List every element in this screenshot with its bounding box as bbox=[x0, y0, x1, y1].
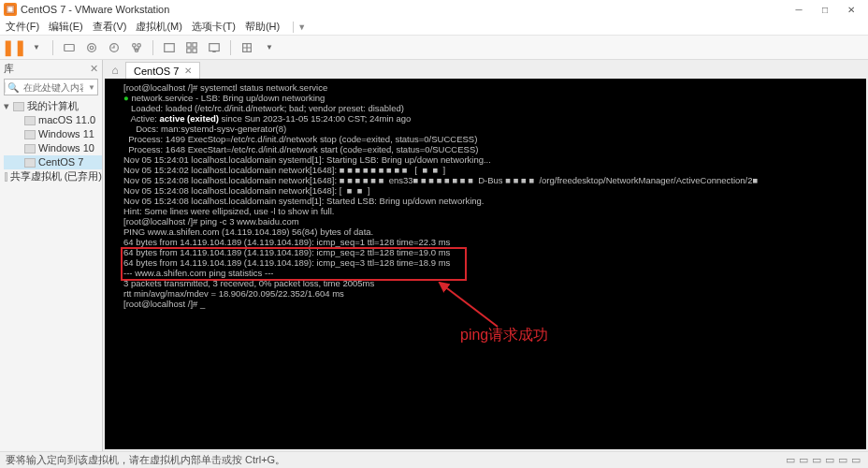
menu-tabs[interactable]: 选项卡(T) bbox=[192, 20, 236, 34]
manage-snapshot-button[interactable] bbox=[128, 39, 145, 56]
search-dropdown-icon[interactable]: ▼ bbox=[86, 83, 97, 92]
tabstrip: ⌂ CentOS 7 ✕ bbox=[103, 60, 868, 79]
status-device-icon[interactable]: ▭ bbox=[812, 454, 821, 466]
menu-vm[interactable]: 虚拟机(M) bbox=[136, 20, 182, 34]
svg-point-7 bbox=[137, 43, 141, 47]
tree-item-macos[interactable]: macOS 11.0 bbox=[4, 113, 102, 127]
toolbar-dropdown-icon[interactable]: ▼ bbox=[297, 22, 306, 32]
toolbar: ❚❚ ▼ ▼ bbox=[0, 36, 868, 60]
search-input[interactable] bbox=[21, 82, 86, 93]
tree-label: CentOS 7 bbox=[38, 155, 83, 169]
content-area: ⌂ CentOS 7 ✕ [root@localhost /]# systemc… bbox=[103, 60, 868, 451]
sidebar-title: 库 bbox=[4, 62, 14, 76]
tree-label: 共享虚拟机 (已弃用) bbox=[10, 169, 102, 183]
search-icon: 🔍 bbox=[5, 82, 21, 93]
menu-file[interactable]: 文件(F) bbox=[6, 20, 39, 34]
maximize-button[interactable]: □ bbox=[812, 1, 838, 18]
minimize-button[interactable]: ─ bbox=[786, 1, 812, 18]
annotation-text: ping请求成功 bbox=[460, 326, 548, 345]
status-device-icon[interactable]: ▭ bbox=[825, 454, 834, 466]
tab-label: CentOS 7 bbox=[134, 66, 179, 77]
sidebar-header: 库 ✕ bbox=[0, 60, 102, 77]
expand-icon[interactable]: ▾ bbox=[4, 99, 13, 113]
computer-icon bbox=[13, 102, 24, 111]
svg-rect-2 bbox=[65, 44, 75, 51]
separator bbox=[230, 40, 231, 55]
toolbar-dropdown-icon[interactable]: ▼ bbox=[28, 39, 45, 56]
status-device-icon[interactable]: ▭ bbox=[838, 454, 847, 466]
sidebar-close-icon[interactable]: ✕ bbox=[90, 63, 98, 75]
statusbar-text: 要将输入定向到该虚拟机，请在虚拟机内部单击或按 Ctrl+G。 bbox=[6, 453, 285, 467]
vm-icon bbox=[24, 158, 36, 168]
tree-item-win11[interactable]: Windows 11 bbox=[4, 127, 102, 141]
svg-rect-9 bbox=[165, 43, 175, 51]
separator bbox=[152, 40, 153, 55]
vm-icon bbox=[24, 144, 36, 154]
main-area: 库 ✕ 🔍 ▼ ▾ 我的计算机 macOS 11.0 Windows 11 bbox=[0, 60, 868, 451]
menubar: 文件(F) 编辑(E) 查看(V) 虚拟机(M) 选项卡(T) 帮助(H) ▼ bbox=[0, 19, 868, 36]
console-button[interactable] bbox=[206, 39, 223, 56]
status-device-icon[interactable]: ▭ bbox=[799, 454, 808, 466]
statusbar: 要将输入定向到该虚拟机，请在虚拟机内部单击或按 Ctrl+G。 ▭ ▭ ▭ ▭ … bbox=[0, 451, 868, 468]
vm-icon bbox=[24, 116, 36, 125]
tab-close-icon[interactable]: ✕ bbox=[184, 66, 192, 76]
vm-icon bbox=[24, 130, 36, 139]
svg-rect-14 bbox=[210, 43, 220, 51]
guest-terminal[interactable]: [root@localhost /]# systemctl status net… bbox=[105, 79, 866, 449]
send-ctrl-alt-del-button[interactable] bbox=[61, 39, 78, 56]
svg-rect-12 bbox=[187, 48, 191, 51]
svg-point-3 bbox=[88, 43, 96, 51]
svg-point-4 bbox=[90, 46, 94, 50]
tree-label: Windows 10 bbox=[38, 141, 94, 155]
fullscreen-button[interactable] bbox=[161, 39, 178, 56]
separator bbox=[52, 40, 53, 55]
library-tree: ▾ 我的计算机 macOS 11.0 Windows 11 Windows 10… bbox=[0, 97, 102, 185]
pause-button[interactable]: ❚❚ bbox=[6, 39, 22, 56]
window-title: CentOS 7 - VMware Workstation bbox=[21, 4, 786, 15]
snapshot-button[interactable] bbox=[83, 39, 100, 56]
svg-point-6 bbox=[133, 43, 137, 47]
stretch-button[interactable] bbox=[239, 39, 255, 56]
menu-help[interactable]: 帮助(H) bbox=[245, 20, 280, 34]
tree-label: Windows 11 bbox=[38, 127, 94, 141]
vmware-icon bbox=[4, 3, 17, 16]
tree-shared-vms[interactable]: 共享虚拟机 (已弃用) bbox=[4, 169, 102, 183]
shared-icon bbox=[5, 172, 7, 182]
terminal-output: [root@localhost /]# systemctl status net… bbox=[123, 82, 862, 309]
unity-button[interactable] bbox=[183, 39, 200, 56]
svg-rect-13 bbox=[193, 48, 196, 51]
library-sidebar: 库 ✕ 🔍 ▼ ▾ 我的计算机 macOS 11.0 Windows 11 bbox=[0, 60, 103, 451]
status-device-icon[interactable]: ▭ bbox=[851, 454, 861, 466]
menu-view[interactable]: 查看(V) bbox=[93, 20, 127, 34]
tree-label: macOS 11.0 bbox=[38, 113, 95, 127]
close-button[interactable]: ✕ bbox=[838, 1, 864, 18]
tree-item-centos7[interactable]: CentOS 7 bbox=[4, 155, 102, 169]
svg-rect-11 bbox=[193, 42, 196, 46]
revert-snapshot-button[interactable] bbox=[106, 39, 123, 56]
sidebar-search[interactable]: 🔍 ▼ bbox=[4, 79, 98, 95]
tree-my-computer[interactable]: ▾ 我的计算机 bbox=[4, 99, 102, 113]
titlebar: CentOS 7 - VMware Workstation ─ □ ✕ bbox=[0, 0, 868, 19]
tree-item-win10[interactable]: Windows 10 bbox=[4, 141, 102, 155]
svg-rect-10 bbox=[187, 42, 191, 46]
status-device-icon[interactable]: ▭ bbox=[786, 454, 795, 466]
home-tab-icon[interactable]: ⌂ bbox=[107, 62, 123, 79]
menu-edit[interactable]: 编辑(E) bbox=[49, 20, 83, 34]
tree-label: 我的计算机 bbox=[27, 99, 79, 113]
menu-separator bbox=[293, 22, 294, 33]
stretch-dropdown-icon[interactable]: ▼ bbox=[261, 39, 278, 56]
tab-centos7[interactable]: CentOS 7 ✕ bbox=[125, 62, 200, 79]
